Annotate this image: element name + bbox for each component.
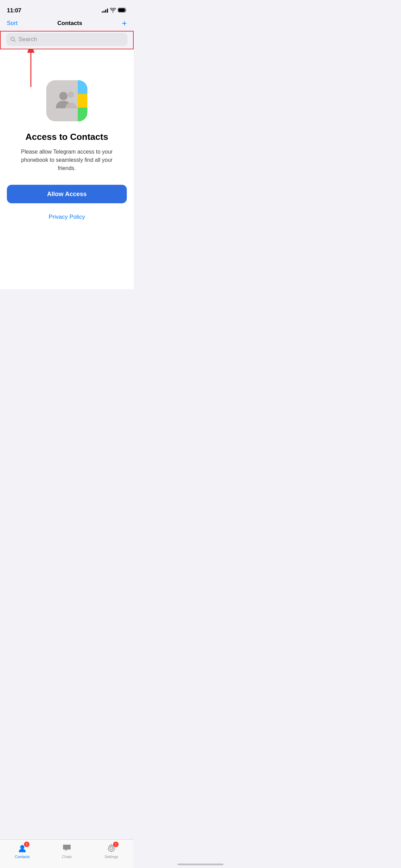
arrow-annotation	[21, 49, 41, 92]
search-container: Search	[0, 31, 134, 49]
access-description: Please allow Telegram access to your pho…	[0, 148, 134, 172]
nav-bar: Sort Contacts +	[0, 16, 134, 31]
search-icon	[10, 37, 16, 42]
svg-point-6	[59, 92, 68, 100]
signal-icon	[102, 9, 108, 13]
main-content: Access to Contacts Please allow Telegram…	[0, 49, 134, 289]
status-time: 11:07	[7, 7, 21, 14]
svg-rect-1	[119, 9, 125, 12]
privacy-policy-link[interactable]: Privacy Policy	[49, 214, 85, 220]
svg-line-3	[14, 40, 15, 42]
sort-button[interactable]: Sort	[7, 20, 17, 27]
status-bar: 11:07	[0, 0, 134, 16]
access-title: Access to Contacts	[19, 132, 115, 142]
svg-point-7	[68, 92, 74, 98]
wifi-icon	[110, 8, 116, 14]
allow-access-button[interactable]: Allow Access	[7, 185, 127, 203]
search-bar[interactable]: Search	[6, 33, 127, 46]
search-placeholder: Search	[19, 36, 37, 43]
add-contact-button[interactable]: +	[122, 19, 127, 27]
contacts-silhouette-icon	[53, 87, 81, 114]
battery-icon	[118, 8, 127, 14]
status-icons	[102, 8, 127, 14]
contacts-icon	[46, 80, 87, 121]
page-title: Contacts	[57, 20, 82, 27]
